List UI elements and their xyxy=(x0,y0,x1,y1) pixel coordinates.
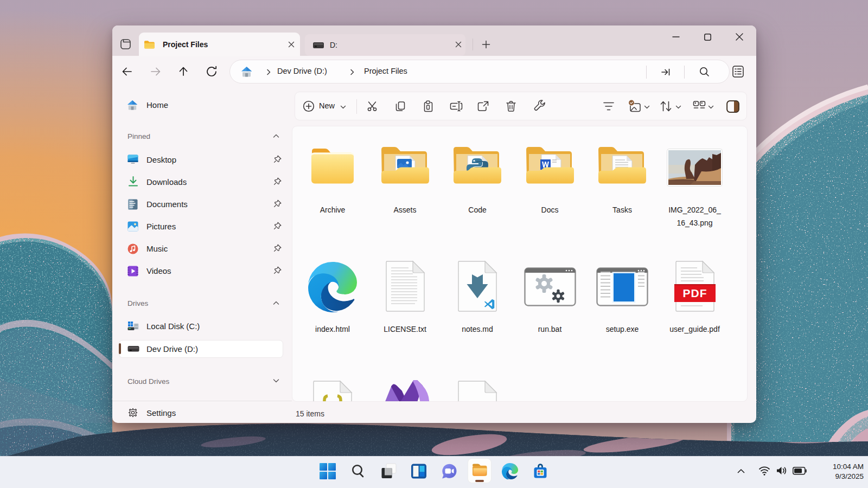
svg-text:PDF: PDF xyxy=(682,287,707,299)
